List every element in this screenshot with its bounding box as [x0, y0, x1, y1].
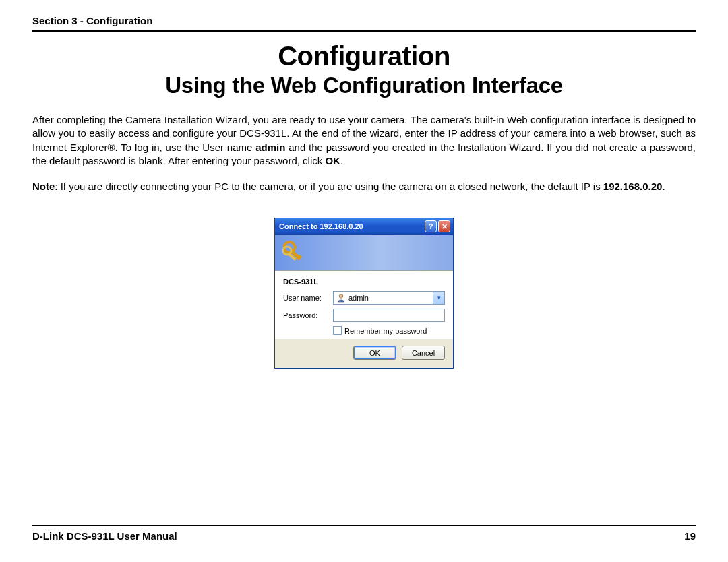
note-ip: 192.168.0.20: [603, 181, 663, 192]
svg-point-5: [339, 294, 343, 299]
username-input[interactable]: admin ▾: [333, 291, 445, 305]
chevron-down-icon[interactable]: ▾: [433, 292, 444, 304]
note-paragraph: Note: If you are directly connecting you…: [32, 180, 696, 193]
dialog-title: Connect to 192.168.0.20: [279, 222, 423, 230]
remember-label: Remember my password: [344, 327, 427, 335]
section-header: Section 3 - Configuration: [32, 15, 696, 32]
close-icon[interactable]: ✕: [438, 220, 450, 232]
bold-ok: OK: [325, 155, 340, 166]
dialog-body: DCS-931L User name: admin ▾ Password:: [275, 271, 453, 339]
remember-checkbox[interactable]: [333, 326, 342, 335]
dialog-container: Connect to 192.168.0.20 ? ✕ DCS-931L Use…: [32, 218, 696, 369]
help-icon[interactable]: ?: [425, 220, 437, 232]
dialog-buttons: OK Cancel: [275, 339, 453, 368]
intro-text-3: .: [340, 155, 343, 166]
cancel-button[interactable]: Cancel: [402, 346, 445, 360]
bold-admin: admin: [255, 142, 285, 153]
note-tail: .: [662, 181, 665, 192]
note-text: : If you are directly connecting your PC…: [55, 181, 603, 192]
page-footer: D-Link DCS-931L User Manual 19: [32, 525, 696, 542]
page-title: Configuration: [32, 41, 696, 71]
username-row: User name: admin ▾: [283, 291, 445, 305]
intro-paragraph: After completing the Camera Installation…: [32, 113, 696, 168]
page-subtitle: Using the Web Configuration Interface: [32, 73, 696, 98]
password-input[interactable]: [333, 309, 445, 322]
password-label: Password:: [283, 311, 333, 319]
dialog-banner: [275, 235, 453, 271]
note-label: Note: [32, 181, 55, 192]
username-value: admin: [348, 294, 369, 302]
username-label: User name:: [283, 294, 333, 302]
remember-row[interactable]: Remember my password: [333, 326, 445, 335]
footer-page: 19: [684, 530, 696, 542]
dialog-titlebar[interactable]: Connect to 192.168.0.20 ? ✕: [275, 218, 453, 235]
password-row: Password:: [283, 309, 445, 322]
user-icon: [336, 293, 346, 303]
keys-icon: [280, 239, 307, 266]
footer-manual: D-Link DCS-931L User Manual: [32, 530, 177, 542]
dialog-group-title: DCS-931L: [283, 278, 445, 286]
ok-button[interactable]: OK: [353, 346, 396, 360]
login-dialog: Connect to 192.168.0.20 ? ✕ DCS-931L Use…: [274, 218, 454, 369]
